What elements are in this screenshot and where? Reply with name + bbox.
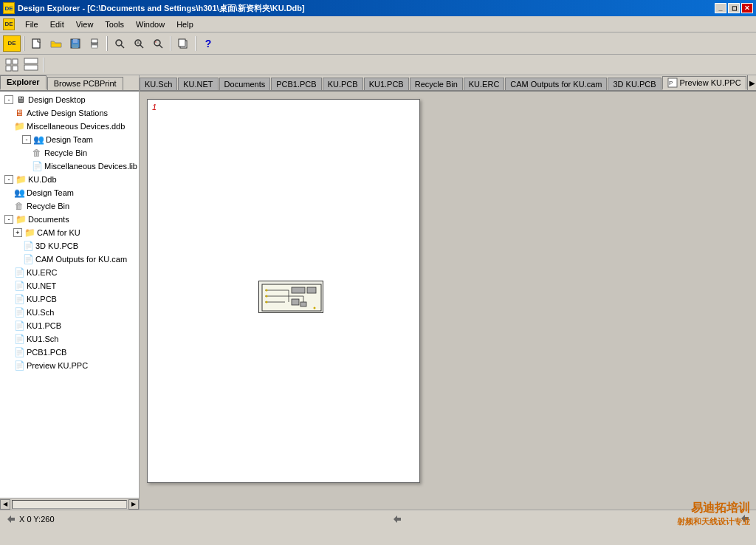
doc-tab-ku-net[interactable]: KU.NET xyxy=(178,78,218,90)
app-icon-btn[interactable]: DE xyxy=(3,35,21,52)
toolbar-search2-btn[interactable]: A xyxy=(130,35,148,52)
cam-outputs-icon: 📄 xyxy=(22,253,34,265)
ku-ddb-expander[interactable]: - xyxy=(4,175,13,184)
tree-item-misc-ddb[interactable]: 📁 Miscellaneous Devices.ddb xyxy=(1,120,137,133)
tree-root[interactable]: - 🖥 Design Desktop xyxy=(1,93,137,106)
tree-label-ku-net: KU.NET xyxy=(27,281,56,290)
window-title: Design Explorer - [C:\Documents and Sett… xyxy=(18,3,715,14)
doc-tab-preview-label: Preview KU.PPC xyxy=(680,78,741,87)
tree-item-3d-ku-pcb[interactable]: 📄 3D KU.PCB xyxy=(1,239,137,253)
tree-label-pcb1-pcb: PCB1.PCB xyxy=(27,348,66,357)
doc-tab-nav[interactable]: ▶ xyxy=(747,75,756,90)
status-center-icon xyxy=(392,514,402,524)
toolbar-search3-btn[interactable]: * xyxy=(149,35,167,52)
tree-item-recycle-1[interactable]: 🗑 Recycle Bin xyxy=(1,146,137,160)
toolbar-copy-btn[interactable] xyxy=(174,35,192,52)
doc-tab-recycle-bin[interactable]: Recycle Bin xyxy=(410,78,463,90)
tree-label-preview-ku-ppc: Preview KU.PPC xyxy=(27,361,88,370)
toolbar-sep-4 xyxy=(195,36,196,51)
svg-line-13 xyxy=(159,45,162,48)
svg-rect-33 xyxy=(292,299,299,305)
doc-tab-documents[interactable]: Documents xyxy=(219,78,271,90)
doc-tab-cam-outputs[interactable]: CAM Outputs for KU.cam xyxy=(505,78,607,90)
svg-point-37 xyxy=(265,301,267,304)
doc-tabs: KU.Sch KU.NET Documents PCB1.PCB KU.PCB … xyxy=(140,75,756,92)
svg-rect-32 xyxy=(307,287,316,293)
tree-item-misc-lib[interactable]: 📄 Miscellaneous Devices.lib xyxy=(1,160,137,173)
restore-button[interactable]: ◻ xyxy=(728,3,740,13)
svg-rect-31 xyxy=(292,287,305,293)
tree-item-cam-outputs[interactable]: 📄 CAM Outputs for KU.cam xyxy=(1,253,137,266)
scroll-left-btn[interactable]: ◀ xyxy=(0,499,10,510)
toolbar-search1-btn[interactable] xyxy=(111,35,128,52)
close-button[interactable]: ✕ xyxy=(741,3,753,13)
preview-ku-ppc-icon: 📄 xyxy=(13,360,25,371)
tree-item-ku-ddb[interactable]: - 📁 KU.Ddb xyxy=(1,173,137,186)
tree-item-documents[interactable]: - 📁 Documents xyxy=(1,213,137,226)
tree-item-pcb1-pcb[interactable]: 📄 PCB1.PCB xyxy=(1,346,137,359)
doc-tab-ku-sch[interactable]: KU.Sch xyxy=(140,78,177,90)
doc-tab-ku-pcb[interactable]: KU.PCB xyxy=(323,78,363,90)
scroll-track[interactable] xyxy=(12,500,127,509)
menu-help[interactable]: Help xyxy=(171,18,199,30)
tree-item-ku1-sch[interactable]: 📄 KU1.Sch xyxy=(1,332,137,346)
design-team-2-icon: 👥 xyxy=(13,187,25,199)
misc-ddb-icon: 📁 xyxy=(13,120,25,132)
left-scrollbar[interactable]: ◀ ▶ xyxy=(0,498,139,510)
status-right-icon xyxy=(740,513,750,524)
tree-item-ku-net[interactable]: 📄 KU.NET xyxy=(1,279,137,292)
tab-explorer[interactable]: Explorer xyxy=(0,75,47,90)
pcb-thumbnail xyxy=(258,281,323,313)
menu-file[interactable]: File xyxy=(19,18,44,30)
svg-rect-3 xyxy=(72,44,78,48)
tree-item-ku-erc[interactable]: 📄 KU.ERC xyxy=(1,266,137,279)
svg-point-36 xyxy=(265,295,267,298)
doc-tab-3d-ku-pcb[interactable]: 3D KU.PCB xyxy=(608,78,661,90)
toolbar-2 xyxy=(0,55,756,75)
app-icon: DE xyxy=(3,2,15,14)
tree-item-design-team-1[interactable]: - 👥 Design Team xyxy=(1,133,137,146)
tree-item-preview-ku-ppc[interactable]: 📄 Preview KU.PPC xyxy=(1,359,137,372)
tree-label-ku1-pcb: KU1.PCB xyxy=(27,321,61,330)
tree-label-ku-erc: KU.ERC xyxy=(27,268,58,277)
ku1-sch-icon: 📄 xyxy=(13,333,25,345)
preview-tab-icon: P xyxy=(667,78,678,88)
toolbar-print-btn[interactable] xyxy=(86,35,103,52)
tree-label-3d-ku-pcb: 3D KU.PCB xyxy=(35,241,78,250)
design-team-1-expander[interactable]: - xyxy=(22,135,31,144)
toolbar-new-btn[interactable] xyxy=(28,35,46,52)
doc-tab-preview-ku-ppc[interactable]: P Preview KU.PPC xyxy=(662,76,746,90)
toolbar-help-btn[interactable]: ? xyxy=(199,35,217,52)
tree-root-expander[interactable]: - xyxy=(4,95,13,104)
tree-label-design-team-2: Design Team xyxy=(27,188,74,197)
tree-item-ku1-pcb[interactable]: 📄 KU1.PCB xyxy=(1,319,137,332)
tree-item-cam-for-ku[interactable]: + 📁 CAM for KU xyxy=(1,226,137,239)
doc-tab-ku1-pcb[interactable]: KU1.PCB xyxy=(364,78,409,90)
minimize-button[interactable]: _ xyxy=(715,3,726,13)
ku-sch-icon: 📄 xyxy=(13,306,25,318)
tree-item-ku-pcb[interactable]: 📄 KU.PCB xyxy=(1,292,137,306)
scroll-right-btn[interactable]: ▶ xyxy=(128,499,139,510)
documents-icon: 📁 xyxy=(15,213,27,225)
menu-window[interactable]: Window xyxy=(130,18,171,30)
cam-for-ku-expander[interactable]: + xyxy=(13,228,22,237)
tab-browse-pcbprint[interactable]: Browse PCBPrint xyxy=(47,77,123,90)
toolbar2-grid-btn[interactable] xyxy=(22,57,40,73)
status-right xyxy=(740,513,750,525)
tree-view[interactable]: - 🖥 Design Desktop 🖥 Active Design Stati… xyxy=(0,92,139,498)
tree-item-recycle-2[interactable]: 🗑 Recycle Bin xyxy=(1,199,137,213)
menu-tools[interactable]: Tools xyxy=(99,18,130,30)
toolbar-save-btn[interactable] xyxy=(66,35,84,52)
menu-edit[interactable]: Edit xyxy=(44,18,70,30)
tree-item-design-team-2[interactable]: 👥 Design Team xyxy=(1,186,137,199)
doc-canvas: 1 xyxy=(140,92,756,510)
doc-tab-pcb1-pcb[interactable]: PCB1.PCB xyxy=(271,78,321,90)
documents-expander[interactable]: - xyxy=(4,215,13,224)
toolbar-open-btn[interactable] xyxy=(47,35,65,52)
doc-tab-ku-erc[interactable]: KU.ERC xyxy=(464,78,505,90)
ku-pcb-icon: 📄 xyxy=(13,293,25,305)
toolbar2-view-btn[interactable] xyxy=(3,57,21,73)
menu-view[interactable]: View xyxy=(70,18,100,30)
tree-item-ku-sch[interactable]: 📄 KU.Sch xyxy=(1,306,137,319)
tree-item-active-stations[interactable]: 🖥 Active Design Stations xyxy=(1,106,137,120)
